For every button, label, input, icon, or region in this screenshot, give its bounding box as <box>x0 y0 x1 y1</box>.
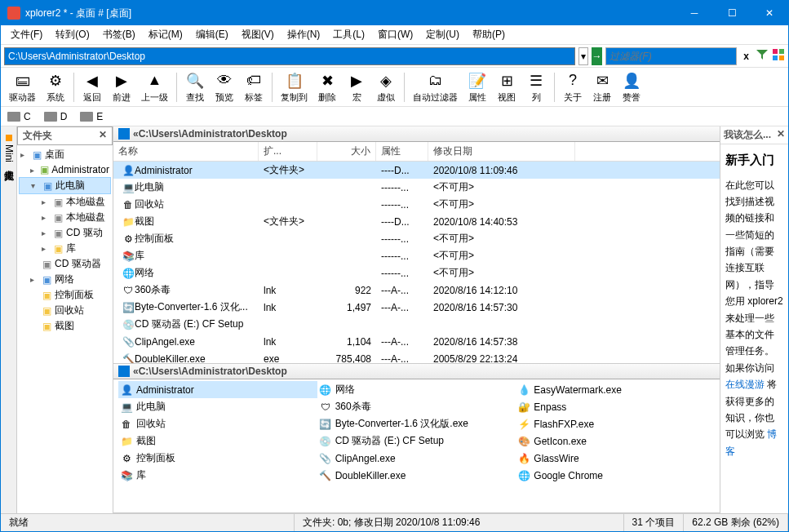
list-item[interactable]: 💧EasyWatermark.exe <box>516 381 715 398</box>
sidebar-close-icon[interactable]: ✕ <box>99 129 107 143</box>
file-row[interactable]: 👤Administrator<文件夹>----D...2020/10/8 11:… <box>113 162 720 179</box>
tree-node[interactable]: ▣CD 驱动器 <box>19 256 111 272</box>
list-item[interactable]: 🔄Byte-Converter-1.6 汉化版.exe <box>317 415 516 432</box>
tree-node[interactable]: ▣回收站 <box>19 303 111 318</box>
list-item[interactable]: 📁截图 <box>118 432 317 450</box>
menu-item[interactable]: 操作(N) <box>281 26 327 43</box>
menu-item[interactable]: 窗口(W) <box>371 26 419 43</box>
list-item[interactable]: 🔥GlassWire <box>516 450 715 467</box>
list-item[interactable]: ⚡FlashFXP.exe <box>516 415 715 432</box>
color-grid-icon[interactable] <box>772 48 785 64</box>
list-item[interactable]: 💻此电脑 <box>118 398 317 415</box>
toolbar-button[interactable]: ▲上一级 <box>136 69 173 105</box>
col-attr[interactable]: 属性 <box>376 142 428 161</box>
expand-icon[interactable]: ▾ <box>31 181 41 190</box>
col-name[interactable]: 名称 <box>113 142 259 161</box>
funnel-icon[interactable] <box>756 48 769 64</box>
menu-item[interactable]: 标记(M) <box>142 26 189 43</box>
tree-node[interactable]: ▸▣CD 驱动 <box>19 225 111 241</box>
list-item[interactable]: 📚库 <box>118 467 317 484</box>
toolbar-button[interactable]: ?关于 <box>558 69 587 105</box>
list-item[interactable]: 📎ClipAngel.exe <box>317 450 516 467</box>
help-link-tour[interactable]: 在线漫游 <box>725 379 765 390</box>
address-dropdown[interactable]: ▾ <box>578 47 588 65</box>
file-row[interactable]: 📚库------...<不可用> <box>113 247 720 264</box>
menu-item[interactable]: 视图(V) <box>235 26 281 43</box>
list-item[interactable]: 🎨GetIcon.exe <box>516 432 715 450</box>
file-row[interactable]: 🌐网络------...<不可用> <box>113 264 720 282</box>
menu-item[interactable]: 文件(F) <box>4 26 49 43</box>
list-item[interactable]: 🌐网络 <box>317 381 516 398</box>
expand-icon[interactable]: ▸ <box>42 244 51 253</box>
file-row[interactable]: 🛡360杀毒lnk922---A-...2020/8/16 14:12:10 <box>113 282 720 299</box>
file-row[interactable]: 📁截图<文件夹>----D...2020/10/8 14:40:53 <box>113 213 720 230</box>
tree-node[interactable]: ▸▣本地磁盘 <box>19 194 111 210</box>
file-row[interactable]: 📎ClipAngel.exelnk1,104---A-...2020/8/16 … <box>113 333 720 350</box>
address-input[interactable] <box>4 47 575 65</box>
col-size[interactable]: 大小 <box>317 142 376 161</box>
file-row[interactable]: 🔄Byte-Converter-1.6 汉化...lnk1,497---A-..… <box>113 299 720 316</box>
list-item[interactable]: 🛡360杀毒 <box>317 398 516 415</box>
toolbar-button[interactable]: ☰列 <box>521 69 551 105</box>
tree-node[interactable]: ▸▣本地磁盘 <box>19 210 111 225</box>
toolbar-button[interactable]: 📋复制到 <box>276 69 312 105</box>
tree-node[interactable]: ▾▣此电脑 <box>19 177 111 194</box>
toolbar-button[interactable]: ▶前进 <box>107 69 136 105</box>
list-item[interactable]: 🔐Enpass <box>516 398 715 415</box>
virtual-folder-tab[interactable]: Mini虚拟文件夹 <box>1 126 17 513</box>
toolbar-button[interactable]: 👤赞誉 <box>617 69 646 105</box>
file-row[interactable]: 🔨DoubleKiller.exeexe785,408---A-...2005/… <box>113 350 720 363</box>
expand-icon[interactable]: ▸ <box>42 213 51 222</box>
list-item[interactable]: 🔨DoubleKiller.exe <box>317 467 516 484</box>
list-item[interactable]: 🌐Google Chrome <box>516 467 715 484</box>
list-item[interactable]: 💿CD 驱动器 (E:) CF Setup <box>317 432 516 450</box>
toolbar-button[interactable]: ✖删除 <box>312 69 342 105</box>
menu-item[interactable]: 定制(U) <box>419 26 466 43</box>
toolbar-button[interactable]: 👁预览 <box>210 69 239 105</box>
col-date[interactable]: 修改日期 <box>428 142 575 161</box>
top-pane-tab[interactable]: «C:\Users\Administrator\Desktop <box>113 126 720 142</box>
file-row[interactable]: ⚙控制面板------...<不可用> <box>113 230 720 247</box>
expand-icon[interactable]: ▸ <box>42 197 51 206</box>
list-item[interactable]: 🗑回收站 <box>118 415 317 432</box>
list-item[interactable]: 👤Administrator <box>118 381 317 398</box>
menu-item[interactable]: 帮助(P) <box>466 26 512 43</box>
file-row[interactable]: 🗑回收站------...<不可用> <box>113 196 720 213</box>
toolbar-button[interactable]: 📝属性 <box>463 69 492 105</box>
menu-item[interactable]: 书签(B) <box>96 26 142 43</box>
expand-icon[interactable]: ▸ <box>20 150 30 159</box>
tree-node[interactable]: ▣控制面板 <box>19 287 111 303</box>
toolbar-button[interactable]: 🗂自动过滤器 <box>408 69 463 105</box>
maximize-button[interactable]: ☐ <box>713 1 751 25</box>
clear-filter-button[interactable]: x <box>740 51 752 62</box>
menu-item[interactable]: 转到(O) <box>49 26 95 43</box>
help-close-icon[interactable]: ✕ <box>777 128 785 142</box>
toolbar-button[interactable]: 🖴驱动器 <box>4 69 41 105</box>
minimize-button[interactable]: ─ <box>676 1 713 25</box>
toolbar-button[interactable]: 🏷标签 <box>239 69 268 105</box>
toolbar-button[interactable]: ◀返回 <box>78 69 107 105</box>
expand-icon[interactable]: ▸ <box>42 228 51 237</box>
tree-node[interactable]: ▣截图 <box>19 318 111 334</box>
toolbar-button[interactable]: ◈虚似 <box>371 69 401 105</box>
expand-icon[interactable]: ▸ <box>30 275 40 284</box>
drive-button[interactable]: C <box>7 111 31 122</box>
toolbar-button[interactable]: 🔍查找 <box>180 69 210 105</box>
close-button[interactable]: ✕ <box>751 1 788 25</box>
menu-item[interactable]: 编辑(E) <box>189 26 235 43</box>
toolbar-button[interactable]: ⊞视图 <box>492 69 521 105</box>
tree-node[interactable]: ▸▣库 <box>19 241 111 256</box>
expand-icon[interactable]: ▸ <box>30 166 38 175</box>
toolbar-button[interactable]: ▶宏 <box>342 69 371 105</box>
tree-node[interactable]: ▸▣Administrator <box>19 162 111 177</box>
filter-input[interactable] <box>605 47 737 65</box>
menu-item[interactable]: 工具(L) <box>326 26 371 43</box>
drive-button[interactable]: E <box>80 111 103 122</box>
bottom-pane-tab[interactable]: «C:\Users\Administrator\Desktop <box>113 364 720 379</box>
drive-button[interactable]: D <box>44 111 68 122</box>
tree-node[interactable]: ▸▣桌面 <box>19 147 111 162</box>
toolbar-button[interactable]: ✉注册 <box>587 69 617 105</box>
file-row[interactable]: 💿CD 驱动器 (E:) CF Setup <box>113 316 720 333</box>
tree-node[interactable]: ▸▣网络 <box>19 272 111 287</box>
file-row[interactable]: 💻此电脑------...<不可用> <box>113 179 720 196</box>
